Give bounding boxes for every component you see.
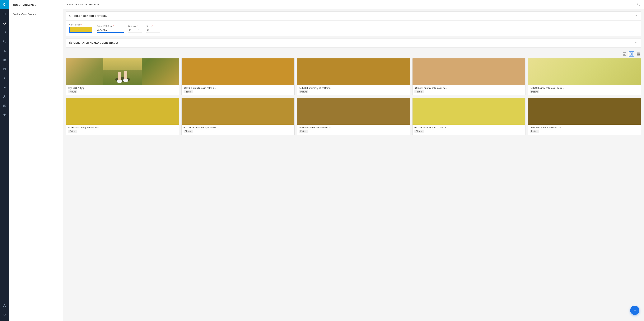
network-icon[interactable]: ✦ xyxy=(0,83,9,92)
history-icon[interactable]: ↺ xyxy=(0,27,9,37)
clipboard-icon[interactable] xyxy=(0,64,9,74)
svg-rect-23 xyxy=(630,53,631,54)
image-grid: legs-434918.jpg Picture 640x480-urobilin… xyxy=(63,58,644,138)
svg-line-13 xyxy=(4,305,4,306)
star-icon[interactable]: ★ xyxy=(0,74,9,83)
badge-icon[interactable] xyxy=(0,101,9,110)
svg-rect-26 xyxy=(632,54,633,55)
distance-increment[interactable]: ▲ xyxy=(138,28,140,30)
svg-text:i: i xyxy=(70,42,71,44)
svg-point-36 xyxy=(123,79,128,82)
page-title: SIMILAR COLOR SEARCH xyxy=(67,3,99,6)
color-picker-field: Color picker * xyxy=(69,23,92,33)
criteria-panel: COLOR SEARCH CRITERIA Color picker * xyxy=(66,11,641,36)
image-type-5: Picture xyxy=(68,130,77,133)
svg-point-17 xyxy=(70,15,71,17)
content-area: COLOR SEARCH CRITERIA Color picker * xyxy=(63,9,644,321)
svg-rect-4 xyxy=(4,68,6,70)
app-logo[interactable]: X xyxy=(0,0,9,9)
image-card-7[interactable]: 640x480-sandy-taupe-solid-col... Picture xyxy=(297,98,410,135)
image-type-6: Picture xyxy=(184,130,193,133)
nav-bar: X ⊞ ◑ ↺ ⧗ ▦ ★ ✦ 🗑 xyxy=(0,0,9,321)
search-criteria-icon xyxy=(69,15,72,17)
image-type-1: Picture xyxy=(184,90,193,93)
svg-point-11 xyxy=(3,306,4,307)
svg-rect-8 xyxy=(4,105,6,107)
criteria-section-title: COLOR SEARCH CRITERIA xyxy=(74,15,107,17)
color-picker-swatch[interactable] xyxy=(69,27,92,33)
person-icon[interactable] xyxy=(0,92,9,101)
svg-line-16 xyxy=(639,5,640,6)
criteria-collapse-icon[interactable] xyxy=(635,14,638,18)
fab-button[interactable]: + xyxy=(630,306,640,315)
distance-label: Distance xyxy=(128,25,136,27)
image-card-1[interactable]: 640x480-urobilin-solid-color-b... Pictur… xyxy=(182,58,294,95)
distance-required: * xyxy=(137,25,138,27)
image-card-6[interactable]: 640x480-satin-sheen-gold-solid-... Pictu… xyxy=(182,98,294,135)
svg-text:CSV: CSV xyxy=(623,54,626,55)
header-search-icon[interactable] xyxy=(637,2,640,6)
query-panel-header[interactable]: i GENERATED NUXEO QUERY (NXQL) xyxy=(66,38,641,47)
image-name-8: 640x480-sandstorm-solid-color... xyxy=(414,126,523,129)
score-required: * xyxy=(152,25,153,27)
image-name-7: 640x480-sandy-taupe-solid-col... xyxy=(299,126,408,129)
image-name-6: 640x480-satin-sheen-gold-solid-... xyxy=(184,126,292,129)
criteria-panel-header[interactable]: COLOR SEARCH CRITERIA xyxy=(66,12,641,20)
svg-line-18 xyxy=(71,16,72,17)
image-name-2: 640x480-university-of-californi... xyxy=(299,87,408,89)
svg-point-7 xyxy=(4,95,5,97)
image-name-5: 640x480-stil-de-grain-yellow-so... xyxy=(68,126,177,129)
trash-icon[interactable]: 🗑 xyxy=(0,110,9,120)
score-input[interactable] xyxy=(146,28,156,32)
color-picker-required: * xyxy=(81,23,82,26)
query-expand-icon[interactable] xyxy=(635,41,638,44)
image-name-4: 640x480-straw-solid-color-back... xyxy=(530,87,639,89)
query-section-title: GENERATED NUXEO QUERY (NXQL) xyxy=(74,42,118,44)
image-name-0: legs-434918.jpg xyxy=(68,87,177,89)
score-label: Score xyxy=(146,25,152,27)
svg-rect-28 xyxy=(637,54,640,55)
image-name-1: 640x480-urobilin-solid-color-b... xyxy=(184,87,292,89)
image-type-4: Picture xyxy=(530,90,539,93)
hex-code-required: * xyxy=(113,25,114,27)
svg-rect-27 xyxy=(637,53,640,53)
svg-text:X: X xyxy=(3,3,5,6)
svg-point-10 xyxy=(4,304,5,305)
image-card-2[interactable]: 640x480-university-of-californi... Pictu… xyxy=(297,58,410,95)
image-card-5[interactable]: 640x480-stil-de-grain-yellow-so... Pictu… xyxy=(66,98,179,135)
svg-point-2 xyxy=(4,40,5,42)
image-card-4[interactable]: 640x480-straw-solid-color-back... Pictur… xyxy=(528,58,641,95)
gallery-icon[interactable]: ▦ xyxy=(0,55,9,64)
hierarchy-icon[interactable] xyxy=(0,301,9,310)
image-card-8[interactable]: 640x480-sandstorm-solid-color... Picture xyxy=(412,98,526,135)
criteria-form-row: Color picker * Color HEX Code * xyxy=(69,23,638,33)
svg-line-14 xyxy=(4,305,6,306)
svg-point-35 xyxy=(117,80,122,83)
score-field: Score * xyxy=(146,25,160,33)
home-icon[interactable]: ⊞ xyxy=(0,9,9,18)
contrast-icon[interactable]: ◑ xyxy=(0,18,9,27)
settings-icon[interactable]: ⚙ xyxy=(0,310,9,320)
svg-point-12 xyxy=(5,306,6,307)
distance-input[interactable] xyxy=(128,28,138,32)
image-type-7: Picture xyxy=(299,130,308,133)
main-content: SIMILAR COLOR SEARCH COLOR SEARCH CRITER… xyxy=(63,0,644,321)
image-card-3[interactable]: 640x480-sunray-solid-color-ba... Picture xyxy=(412,58,526,95)
image-name-3: 640x480-sunray-solid-color-ba... xyxy=(414,87,523,89)
hex-code-field: Color HEX Code * xyxy=(97,25,124,33)
export-csv-button[interactable]: CSV xyxy=(622,51,627,57)
color-picker-label: Color picker xyxy=(69,23,80,26)
svg-rect-25 xyxy=(630,54,631,55)
distance-decrement[interactable]: ▼ xyxy=(138,30,140,32)
image-card-0[interactable]: legs-434918.jpg Picture xyxy=(66,58,179,95)
search-nav-icon[interactable] xyxy=(0,37,9,46)
timer-icon[interactable]: ⧗ xyxy=(0,46,9,55)
svg-point-15 xyxy=(637,3,639,5)
sidebar: COLOR ANALYSIS Similar Color Search xyxy=(9,0,63,321)
sidebar-item-similar-color-search[interactable]: Similar Color Search xyxy=(9,10,63,18)
list-view-button[interactable] xyxy=(636,51,641,57)
distance-field: Distance * ▲ ▼ xyxy=(128,25,142,33)
image-card-9[interactable]: 640x480-sand-dune-solid-color-... Pictur… xyxy=(528,98,641,135)
grid-view-button[interactable] xyxy=(629,51,634,57)
hex-code-input[interactable] xyxy=(97,28,124,33)
